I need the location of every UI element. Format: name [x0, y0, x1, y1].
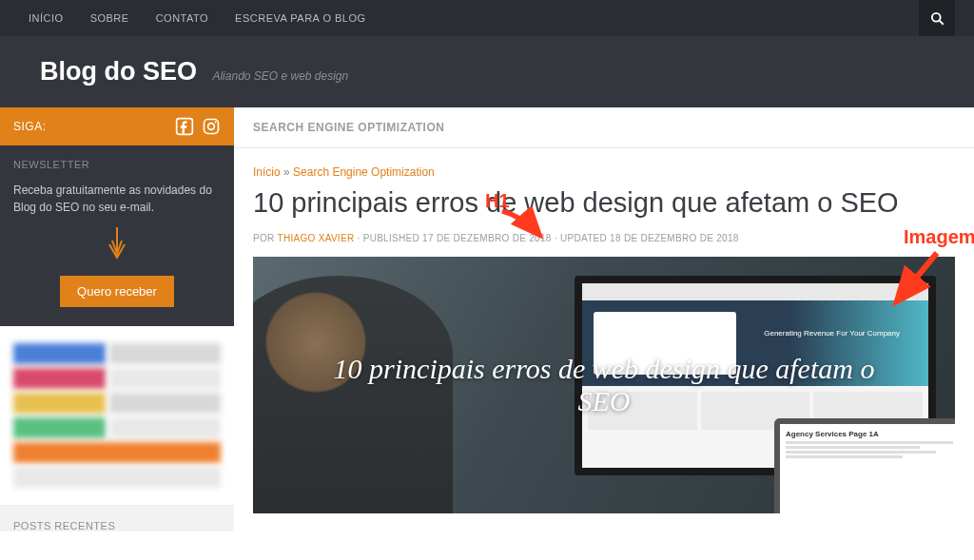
nav-contato[interactable]: CONTATO — [156, 12, 208, 24]
laptop-title: Agency Services Page 1A — [786, 430, 953, 438]
top-nav: INÍCIO SOBRE CONTATO ESCREVA PARA O BLOG — [29, 12, 366, 24]
search-button[interactable] — [919, 0, 955, 36]
follow-label: SIGA: — [13, 120, 47, 133]
breadcrumb-home[interactable]: Início — [253, 165, 281, 179]
meta-by: POR — [253, 233, 277, 243]
article-title: 10 principais erros de web design que af… — [253, 186, 955, 220]
follow-bar: SIGA: — [0, 107, 234, 145]
top-bar: INÍCIO SOBRE CONTATO ESCREVA PARA O BLOG — [0, 0, 974, 36]
hero-overlay-text: 10 principais erros de web design que af… — [323, 353, 885, 417]
meta-author[interactable]: THIAGO XAVIER — [277, 233, 354, 243]
nav-escreva[interactable]: ESCREVA PARA O BLOG — [235, 12, 365, 24]
ad-widget[interactable] — [0, 326, 234, 505]
site-title[interactable]: Blog do SEO — [40, 57, 197, 87]
meta-dates: · PUBLISHED 17 DE DEZEMBRO DE 2018 · UPD… — [354, 233, 738, 243]
nav-inicio[interactable]: INÍCIO — [29, 12, 64, 24]
breadcrumb: Início » Search Engine Optimization — [253, 165, 955, 179]
svg-point-0 — [931, 12, 940, 21]
svg-point-5 — [215, 121, 217, 123]
newsletter-text: Receba gratuitamente as novidades do Blo… — [13, 182, 221, 216]
subscribe-button[interactable]: Quero receber — [60, 276, 174, 307]
search-icon — [930, 11, 945, 26]
laptop-illustration: Agency Services Page 1A — [774, 418, 955, 513]
site-tagline: Aliando SEO e web design — [212, 69, 348, 83]
site-header: Blog do SEO Aliando SEO e web design — [0, 36, 974, 107]
newsletter-widget: NEWSLETTER Receba gratuitamente as novid… — [0, 145, 234, 326]
nav-sobre[interactable]: SOBRE — [90, 12, 129, 24]
sidebar: SIGA: NEWSLETTER Receba gratuitamente as… — [0, 107, 234, 531]
arrow-down-icon — [13, 225, 221, 270]
category-bar: SEARCH ENGINE OPTIMIZATION — [234, 107, 974, 148]
monitor-headline: Generating Revenue For Your Company — [764, 329, 900, 338]
article-meta: POR THIAGO XAVIER · PUBLISHED 17 DE DEZE… — [253, 233, 955, 243]
svg-point-4 — [208, 124, 215, 130]
breadcrumb-current[interactable]: Search Engine Optimization — [293, 165, 435, 179]
article: Início » Search Engine Optimization 10 p… — [234, 148, 974, 513]
instagram-icon[interactable] — [202, 117, 221, 136]
newsletter-heading: NEWSLETTER — [13, 159, 221, 170]
svg-line-1 — [939, 20, 943, 24]
facebook-icon[interactable] — [175, 117, 194, 136]
main-content: SEARCH ENGINE OPTIMIZATION Início » Sear… — [234, 107, 974, 531]
recent-posts-heading: POSTS RECENTES — [0, 505, 234, 531]
featured-image: Generating Revenue For Your Company Agen… — [253, 257, 955, 513]
breadcrumb-sep: » — [281, 165, 293, 179]
